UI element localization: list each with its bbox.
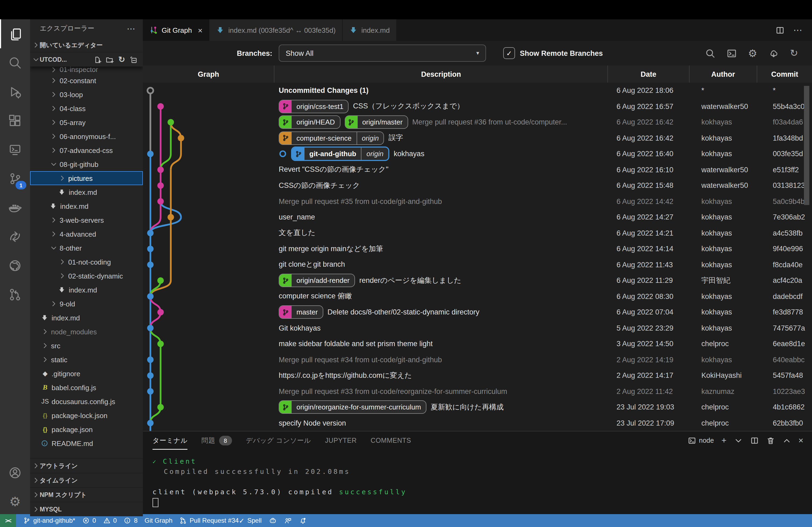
more-actions-icon[interactable]: ⋯ bbox=[127, 24, 135, 34]
copilot-status[interactable] bbox=[269, 517, 277, 524]
table-scrollbar[interactable] bbox=[804, 86, 809, 205]
collapse-all-icon[interactable] bbox=[129, 55, 137, 64]
workspace-section[interactable]: UTCOD...↻ bbox=[30, 52, 143, 66]
panel-tab--[interactable]: デバッグ コンソール bbox=[246, 432, 311, 450]
activity-live-share[interactable] bbox=[0, 222, 30, 251]
section-アウトライン[interactable]: アウトライン bbox=[30, 458, 143, 473]
panel-tab-comments[interactable]: COMMENTS bbox=[371, 432, 411, 450]
commit-row[interactable]: origin/reorganize-for-summer-curriculum夏… bbox=[143, 399, 812, 415]
tree-folder-3-web-servers[interactable]: 3-web-servers bbox=[30, 213, 143, 227]
terminal-icon[interactable] bbox=[727, 48, 737, 58]
tab-index-md[interactable]: index.md bbox=[343, 19, 397, 41]
trash-icon[interactable] bbox=[766, 436, 775, 445]
tree-folder-03-loop[interactable]: 03-loop bbox=[30, 88, 143, 102]
commit-row[interactable]: masterDelete docs/8-other/02-static-dyna… bbox=[143, 304, 812, 320]
tree-file-index-md[interactable]: index.md bbox=[30, 311, 143, 325]
chevron-down-icon[interactable] bbox=[734, 436, 742, 445]
activity-run-debug[interactable] bbox=[0, 77, 30, 106]
commit-row[interactable]: 文を直した6 Aug 2022 14:21kokhayasa4c538fb bbox=[143, 225, 812, 241]
tree-folder-src[interactable]: src bbox=[30, 338, 143, 352]
settings-gear-icon[interactable]: ⚙ bbox=[748, 48, 757, 58]
info-count[interactable]: 8 bbox=[124, 517, 137, 524]
tree-folder-01-not-coding[interactable]: 01-not-coding bbox=[30, 255, 143, 269]
feedback-status[interactable] bbox=[284, 517, 292, 524]
tree-file-index-md[interactable]: index.md bbox=[30, 185, 143, 199]
split-editor-icon[interactable] bbox=[750, 436, 758, 445]
error-count[interactable]: 0 bbox=[82, 517, 96, 524]
commit-row[interactable]: user_name6 Aug 2022 14:27kokhayas7e306ab… bbox=[143, 209, 812, 225]
chevron-up-icon[interactable] bbox=[782, 436, 791, 445]
remote-window-button[interactable]: >< bbox=[0, 514, 16, 527]
section-NPM スクリプト[interactable]: NPM スクリプト bbox=[30, 487, 143, 502]
tree-folder-9-old[interactable]: 9-old bbox=[30, 297, 143, 311]
activity-docker[interactable] bbox=[0, 193, 30, 222]
git-graph-status[interactable]: Git Graph bbox=[144, 517, 172, 524]
commit-row[interactable]: computer science 俯瞰6 Aug 2022 08:30kokha… bbox=[143, 288, 812, 304]
commit-row[interactable]: CSSの節の画像チェック6 Aug 2022 15:48waterwalker5… bbox=[143, 178, 812, 194]
split-editor-icon[interactable] bbox=[775, 26, 785, 35]
commit-row[interactable]: origin/HEADorigin/masterMerge pull reque… bbox=[143, 114, 812, 130]
branch-badge[interactable]: master bbox=[279, 306, 323, 319]
activity-search[interactable] bbox=[0, 48, 30, 77]
search-icon[interactable] bbox=[705, 48, 715, 58]
tree-file-readme-md[interactable]: README.md bbox=[30, 436, 143, 450]
tree-folder-8-other[interactable]: 8-other bbox=[30, 241, 143, 255]
activity-remote-explorer[interactable] bbox=[0, 135, 30, 164]
tab-git-graph[interactable]: Git Graph× bbox=[143, 19, 209, 41]
commit-row[interactable]: computer-scienceorigin誤字6 Aug 2022 16:42… bbox=[143, 130, 812, 146]
commit-row[interactable]: origin/add-renderrenderのページを編集しました6 Aug … bbox=[143, 273, 812, 288]
commit-row[interactable]: origin/css-test1CSS（フレックスボックスまで）6 Aug 20… bbox=[143, 99, 812, 114]
tree-file-docusaurus-config-js[interactable]: JSdocusaurus.config.js bbox=[30, 394, 143, 408]
tree-folder-pictures[interactable]: pictures bbox=[30, 171, 143, 185]
ellipsis-icon[interactable]: ⋯ bbox=[793, 25, 802, 36]
column-header-commit[interactable]: Commit bbox=[757, 65, 812, 82]
tree-folder-01-inspector[interactable]: 01-inspector bbox=[30, 66, 143, 74]
branch-badge[interactable]: computer-scienceorigin bbox=[279, 132, 384, 145]
commit-row[interactable]: Uncommitted Changes (1)6 Aug 2022 18:06*… bbox=[143, 82, 812, 99]
commit-row[interactable]: Git kokhayas5 Aug 2022 23:29kokhayas7475… bbox=[143, 320, 812, 336]
branches-dropdown[interactable]: Show All ▼ bbox=[279, 45, 486, 62]
new-file-icon[interactable] bbox=[94, 55, 102, 64]
tree-folder-07-advanced-css[interactable]: 07-advanced-css bbox=[30, 143, 143, 157]
commit-row[interactable]: specify Node version23 Jul 2022 17:09che… bbox=[143, 415, 812, 431]
refresh-icon[interactable]: ↻ bbox=[790, 48, 798, 58]
shell-selector[interactable]: node bbox=[688, 436, 714, 445]
open-editors-section[interactable]: 開いているエディター bbox=[30, 38, 143, 52]
branch-status[interactable]: git-and-github* bbox=[23, 517, 75, 524]
column-header-description[interactable]: Description bbox=[274, 65, 607, 82]
tree-folder-02-constant[interactable]: 02-constant bbox=[30, 74, 143, 88]
activity-account[interactable] bbox=[0, 458, 30, 487]
refresh-icon[interactable]: ↻ bbox=[118, 55, 125, 64]
tree-folder-4-advanced[interactable]: 4-advanced bbox=[30, 227, 143, 241]
commit-row[interactable]: https://.co.jpをhttps://github.comに変えた2 A… bbox=[143, 367, 812, 383]
pull-request-status[interactable]: Pull Request #34 bbox=[179, 517, 239, 524]
branch-badge[interactable]: origin/reorganize-for-summer-curriculum bbox=[279, 401, 426, 414]
tree-file-index-md[interactable]: index.md bbox=[30, 199, 143, 213]
commit-row[interactable]: Merge pull request #34 from ut-code/git-… bbox=[143, 352, 812, 367]
commit-row[interactable]: git merge origin mainなどを加筆6 Aug 2022 14:… bbox=[143, 241, 812, 257]
tree-file-package-json[interactable]: {}package.json bbox=[30, 422, 143, 436]
tree-file-package-lock-json[interactable]: {}package-lock.json bbox=[30, 408, 143, 422]
tree-folder-02-static-dynamic[interactable]: 02-static-dynamic bbox=[30, 269, 143, 283]
tree-file-index-md[interactable]: index.md bbox=[30, 283, 143, 297]
tab-close-icon[interactable]: × bbox=[198, 26, 203, 35]
commit-row[interactable]: git cloneとgit branch6 Aug 2022 11:43kokh… bbox=[143, 257, 812, 273]
activity-source-control[interactable]: 1 bbox=[0, 164, 30, 193]
notifications[interactable] bbox=[299, 517, 307, 524]
activity-settings-gear[interactable]: ⚙ bbox=[0, 487, 30, 516]
tree-folder-static[interactable]: static bbox=[30, 352, 143, 366]
tree-folder-06-anonymous-f-[interactable]: 06-anonymous-f... bbox=[30, 129, 143, 143]
branch-badge[interactable]: origin/master bbox=[345, 116, 408, 129]
spell-status[interactable]: ✓Spell bbox=[239, 516, 262, 525]
panel-tab--[interactable]: ターミナル bbox=[153, 432, 187, 450]
panel-tab-jupyter[interactable]: JUPYTER bbox=[325, 432, 357, 450]
commit-row[interactable]: Merge pull request #33 from ut-code/reor… bbox=[143, 383, 812, 399]
tree-folder-node-modules[interactable]: node_modules bbox=[30, 325, 143, 338]
activity-extensions[interactable] bbox=[0, 106, 30, 135]
section-MYSQL[interactable]: MYSQL bbox=[30, 502, 143, 516]
new-folder-icon[interactable] bbox=[106, 55, 114, 64]
branch-badge[interactable]: git-and-githuborigin bbox=[291, 147, 389, 161]
column-header-author[interactable]: Author bbox=[689, 65, 757, 82]
tree-folder-05-array[interactable]: 05-array bbox=[30, 115, 143, 129]
section-タイムライン[interactable]: タイムライン bbox=[30, 473, 143, 487]
